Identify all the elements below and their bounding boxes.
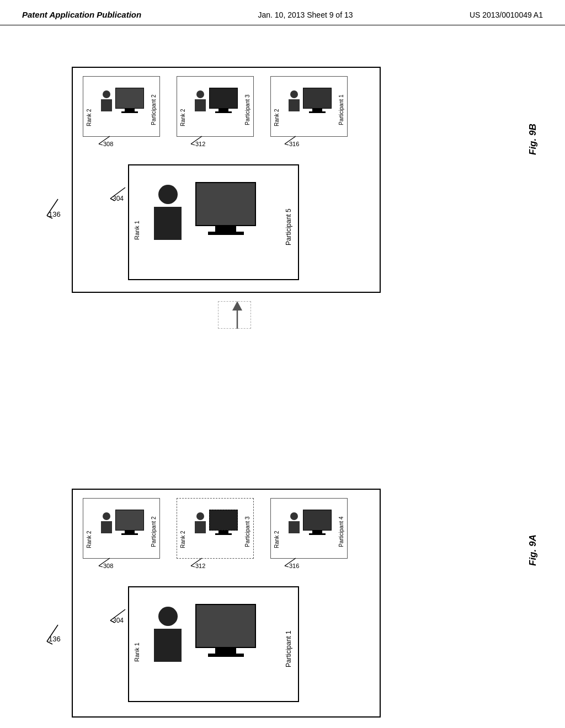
- fig9a-label: Fig. 9A: [527, 522, 539, 566]
- card-304-9a-inner: Rank 1 Participant 1: [128, 586, 299, 702]
- svg-line-7: [285, 144, 289, 145]
- svg-line-4: [191, 136, 202, 144]
- main-content: Fig. 9B 136 Rank 2 Participant 2: [0, 25, 565, 723]
- svg-line-19: [285, 566, 289, 567]
- rank-label-316-9b: Rank 2: [274, 82, 280, 126]
- person-icon-304-9b-large: [154, 185, 182, 240]
- ref-136-arrow-top: [41, 196, 69, 227]
- monitor-icon-308-9a: [115, 510, 144, 535]
- participant-name-312-9a: Participant 3: [244, 503, 250, 547]
- card-316-9b: Rank 2 Participant 1: [270, 76, 348, 137]
- participant-name-304-9a: Participant 1: [285, 596, 292, 667]
- svg-line-13: [47, 641, 52, 644]
- svg-line-5: [191, 144, 195, 145]
- person-icon-312-9b: [195, 90, 206, 111]
- svg-line-0: [47, 199, 58, 216]
- participant-name-316-9b: Participant 1: [338, 81, 344, 125]
- participant-name-316-9a: Participant 4: [338, 503, 344, 547]
- person-icon-316-9a: [289, 512, 300, 533]
- svg-line-14: [99, 558, 110, 566]
- monitor-icon-316-9b: [303, 88, 332, 113]
- participant-name-304-9b: Participant 5: [285, 174, 292, 245]
- ref-304-arrow-9a: [106, 608, 134, 625]
- person-icon-316-9b: [289, 90, 300, 111]
- svg-line-12: [47, 625, 58, 641]
- participant-name-308-9b: Participant 2: [151, 81, 157, 125]
- svg-line-15: [99, 566, 103, 567]
- rank-label-304-9b: Rank 1: [134, 174, 140, 240]
- person-icon-308-9b: [101, 90, 112, 111]
- participant-name-312-9b: Participant 3: [244, 81, 250, 125]
- svg-line-18: [285, 558, 296, 566]
- svg-line-2: [99, 136, 110, 144]
- ref-316-arrow-9a: [282, 557, 304, 568]
- svg-line-6: [285, 136, 296, 144]
- ref-312-arrow-9b: [188, 135, 210, 146]
- monitor-icon-308-9b: [115, 88, 144, 113]
- fig9a-outer-diagram: Rank 2 Participant 2 308 R: [72, 489, 381, 718]
- rank-label-308-9a: Rank 2: [86, 504, 92, 548]
- publication-title: Patent Application Publication: [22, 10, 141, 19]
- svg-line-17: [191, 566, 195, 567]
- publication-date: Jan. 10, 2013 Sheet 9 of 13: [258, 10, 353, 19]
- up-arrow-svg: [215, 298, 259, 334]
- svg-line-9: [110, 199, 115, 201]
- publication-number: US 2013/0010049 A1: [470, 10, 543, 19]
- monitor-icon-312-9a: [209, 510, 238, 535]
- ref-308-arrow-9a: [96, 557, 118, 568]
- ref-136-arrow-bottom: [41, 622, 69, 652]
- transition-arrow: [215, 298, 259, 331]
- card-312-9a: Rank 2 Participant 3: [177, 498, 254, 559]
- participant-name-308-9a: Participant 2: [151, 503, 157, 547]
- monitor-icon-304-9a-large: [195, 604, 256, 657]
- fig9b-outer-diagram: Rank 2 Participant 2 308: [72, 67, 381, 293]
- person-icon-312-9a: [195, 512, 206, 533]
- svg-line-20: [110, 609, 125, 620]
- monitor-icon-312-9b: [209, 88, 238, 113]
- card-312-9b: Rank 2 Participant 3: [177, 76, 254, 137]
- person-icon-308-9a: [101, 512, 112, 533]
- rank-label-304-9a: Rank 1: [134, 596, 140, 662]
- rank-label-316-9a: Rank 2: [274, 504, 280, 548]
- card-308-9b: Rank 2 Participant 2: [83, 76, 160, 137]
- monitor-icon-316-9a: [303, 510, 332, 535]
- svg-line-21: [110, 620, 115, 623]
- svg-line-1: [47, 216, 52, 218]
- page-header: Patent Application Publication Jan. 10, …: [0, 0, 565, 25]
- ref-312-arrow-9a: [188, 557, 210, 568]
- card-316-9a: Rank 2 Participant 4: [270, 498, 348, 559]
- svg-marker-11: [232, 301, 242, 311]
- card-308-9a: Rank 2 Participant 2: [83, 498, 160, 559]
- person-icon-304-9a-large: [154, 607, 182, 662]
- svg-line-8: [110, 188, 125, 199]
- ref-308-arrow-9b: [96, 135, 118, 146]
- svg-line-16: [191, 558, 202, 566]
- fig9b-label: Fig. 9B: [527, 111, 539, 155]
- ref-304-arrow-9b: [106, 186, 134, 203]
- card-304-9b-inner: Rank 1 Participant 5: [128, 164, 299, 280]
- rank-label-312-9a: Rank 2: [180, 504, 186, 548]
- rank-label-308-9b: Rank 2: [86, 82, 92, 126]
- ref-316-arrow-9b: [282, 135, 304, 146]
- svg-line-3: [99, 144, 103, 145]
- monitor-icon-304-9b-large: [195, 182, 256, 235]
- rank-label-312-9b: Rank 2: [180, 82, 186, 126]
